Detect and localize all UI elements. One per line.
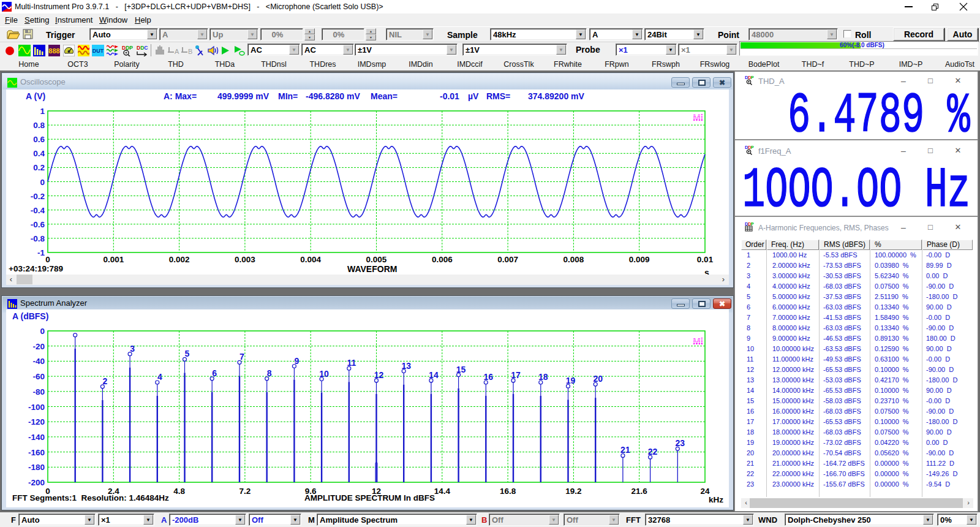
svg-text:21: 21 <box>620 445 630 455</box>
svg-text:19: 19 <box>566 376 576 385</box>
svg-text:-80: -80 <box>32 387 45 396</box>
svg-text:9: 9 <box>295 356 300 366</box>
svg-text:888: 888 <box>48 47 59 55</box>
svg-text:16.8: 16.8 <box>500 487 516 496</box>
svg-text:0.002: 0.002 <box>169 255 190 264</box>
svg-text:0.001: 0.001 <box>103 255 124 264</box>
svg-text:22: 22 <box>648 447 658 457</box>
svg-text:14.4: 14.4 <box>434 487 451 496</box>
svg-text:-200: -200 <box>28 478 45 487</box>
svg-text:DUT: DUT <box>92 48 104 54</box>
svg-text:0.8: 0.8 <box>33 121 45 130</box>
svg-text:24: 24 <box>700 487 710 496</box>
svg-text:-180: -180 <box>28 463 45 472</box>
svg-text:15: 15 <box>456 365 466 374</box>
svg-text:A: A <box>175 48 179 55</box>
svg-text:19.2: 19.2 <box>565 487 581 496</box>
svg-text:DDP: DDP <box>745 145 754 150</box>
svg-text:-0.8: -0.8 <box>31 234 45 243</box>
svg-text:-140: -140 <box>28 433 45 442</box>
svg-text:DDP: DDP <box>122 45 133 51</box>
svg-text:0: 0 <box>40 327 45 336</box>
svg-text:2: 2 <box>103 376 108 386</box>
svg-text:8: 8 <box>267 368 272 378</box>
svg-text:-1: -1 <box>37 248 45 257</box>
svg-text:kHz: kHz <box>709 495 723 504</box>
svg-text:11: 11 <box>347 358 356 368</box>
svg-text:7.2: 7.2 <box>239 487 251 496</box>
svg-text:13: 13 <box>401 361 411 371</box>
svg-text:-0.2: -0.2 <box>31 192 45 201</box>
svg-text:DDC: DDC <box>137 45 148 51</box>
svg-text:6: 6 <box>212 368 217 378</box>
svg-text:DDP: DDP <box>745 221 754 227</box>
svg-text:1: 1 <box>40 107 45 116</box>
svg-text:-60: -60 <box>32 372 45 381</box>
svg-text:-100: -100 <box>28 403 45 412</box>
svg-text:10: 10 <box>319 369 329 379</box>
svg-text:0.007: 0.007 <box>497 255 518 264</box>
svg-text:0.008: 0.008 <box>564 255 584 264</box>
svg-text:0.006: 0.006 <box>432 255 453 264</box>
svg-text:18: 18 <box>538 372 548 382</box>
svg-text:-0.6: -0.6 <box>31 220 45 229</box>
svg-text:20: 20 <box>593 374 603 384</box>
svg-text:B: B <box>188 48 192 55</box>
svg-text:3: 3 <box>130 344 135 354</box>
svg-text:5: 5 <box>185 349 190 358</box>
svg-text:17: 17 <box>511 370 521 380</box>
svg-text:0.4: 0.4 <box>33 149 45 158</box>
svg-text:4: 4 <box>157 372 162 382</box>
svg-text:DDP: DDP <box>745 75 754 80</box>
svg-text:0.004: 0.004 <box>300 255 321 264</box>
svg-text:0.6: 0.6 <box>33 135 45 144</box>
svg-text:4.8: 4.8 <box>173 487 185 496</box>
svg-text:0: 0 <box>40 178 45 187</box>
svg-text:0.01: 0.01 <box>697 255 714 264</box>
svg-text:16: 16 <box>484 372 494 382</box>
svg-text:-40: -40 <box>32 357 45 366</box>
svg-text:0: 0 <box>45 255 50 264</box>
svg-text:-20: -20 <box>32 342 45 351</box>
svg-text:-160: -160 <box>28 448 45 457</box>
svg-text:7: 7 <box>239 352 244 362</box>
svg-text:0.009: 0.009 <box>629 255 650 264</box>
svg-text:23: 23 <box>676 438 685 448</box>
svg-text:-0.4: -0.4 <box>31 206 45 215</box>
svg-text:21.6: 21.6 <box>631 487 648 496</box>
svg-text:-120: -120 <box>28 417 45 427</box>
svg-text:12: 12 <box>374 370 384 380</box>
svg-text:0.2: 0.2 <box>33 163 45 172</box>
svg-text:0.005: 0.005 <box>366 255 387 264</box>
svg-text:14: 14 <box>429 370 439 380</box>
svg-text:0.003: 0.003 <box>235 255 255 264</box>
